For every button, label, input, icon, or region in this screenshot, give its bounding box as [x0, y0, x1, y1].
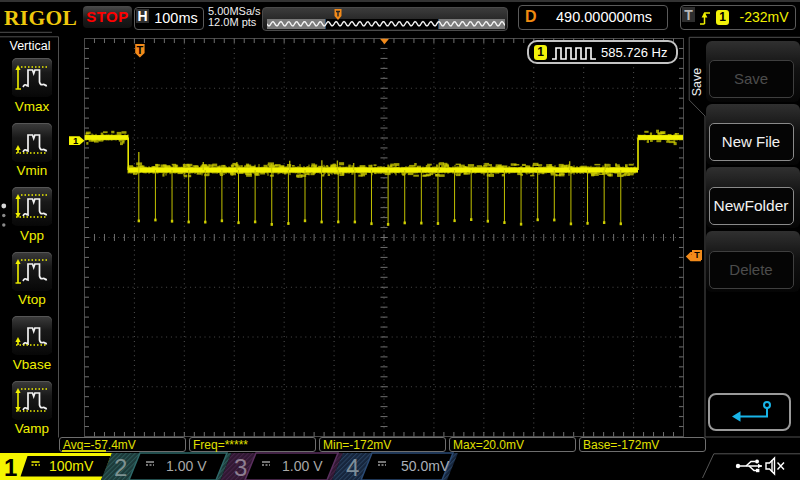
svg-text:4: 4	[346, 454, 359, 480]
svg-text:2: 2	[114, 454, 127, 480]
svg-text:1.00 V: 1.00 V	[166, 458, 207, 474]
svg-text:100mV: 100mV	[49, 458, 94, 474]
svg-text:50.0mV: 50.0mV	[401, 458, 450, 474]
svg-text:T: T	[137, 44, 144, 56]
svg-text:1.00 V: 1.00 V	[282, 458, 323, 474]
svg-text:1: 1	[4, 454, 17, 480]
svg-text:1: 1	[73, 135, 79, 146]
svg-text:3: 3	[234, 454, 247, 480]
